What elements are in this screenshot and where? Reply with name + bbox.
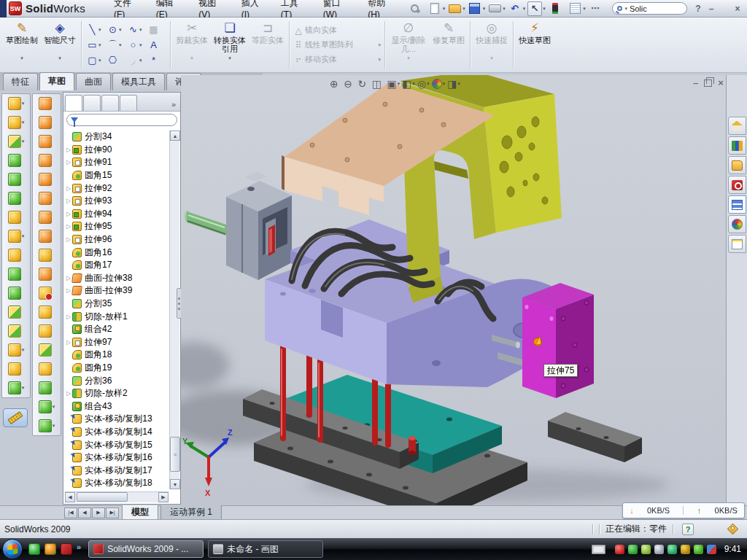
- tree-item[interactable]: ▷ 切除-放样1: [65, 310, 169, 323]
- design-library-tab[interactable]: [728, 136, 746, 155]
- expand-arrow-icon[interactable]: ▷: [65, 314, 72, 320]
- chevron-down-icon[interactable]: ▾: [462, 6, 465, 12]
- chevron-down-icon[interactable]: ▾: [98, 42, 104, 48]
- tree-item[interactable]: ▷ 实体-移动/复制14: [65, 426, 169, 439]
- first-tab-button[interactable]: |◀: [64, 508, 77, 518]
- solidworks-search-tab[interactable]: [728, 176, 746, 194]
- command-tab[interactable]: 草图: [39, 72, 74, 90]
- chevron-down-icon[interactable]: ▾: [22, 385, 25, 391]
- move-body-tool[interactable]: ▾: [8, 306, 25, 319]
- chevron-down-icon[interactable]: ▾: [139, 42, 145, 48]
- safety-suite-icon[interactable]: [44, 543, 56, 555]
- input-method-keyboard-icon[interactable]: [592, 545, 605, 554]
- minimize-icon[interactable]: –: [705, 2, 718, 15]
- tree-item[interactable]: ▷ 拉伸95: [65, 220, 169, 233]
- solidworks-resources-tab[interactable]: [728, 117, 746, 135]
- chevron-down-icon[interactable]: ▾: [228, 55, 231, 61]
- draft-tool[interactable]: ▾: [8, 211, 25, 224]
- print-icon[interactable]: [487, 1, 502, 16]
- scroll-down-button[interactable]: ▼: [170, 479, 180, 489]
- extruded-surface-tool[interactable]: ▾: [39, 97, 55, 110]
- tree-item[interactable]: ▷ 组合42: [65, 323, 169, 336]
- zoom-to-area-icon[interactable]: ⊖ ▾: [344, 77, 355, 91]
- custom-properties-tab[interactable]: [728, 235, 746, 253]
- chevron-down-icon[interactable]: ▾: [583, 6, 586, 12]
- undo-icon[interactable]: ↶: [508, 1, 522, 16]
- chevron-down-icon[interactable]: ▾: [22, 233, 25, 239]
- chevron-down-icon[interactable]: ▾: [98, 58, 104, 63]
- mirror-bodies-tool[interactable]: ▾: [8, 268, 25, 281]
- close-icon[interactable]: ×: [731, 2, 744, 15]
- scrollbar-thumb[interactable]: [77, 492, 128, 502]
- scroll-up-button[interactable]: ▲: [170, 131, 180, 141]
- swept-surface-tool[interactable]: ▾: [39, 135, 55, 148]
- open-icon[interactable]: [447, 1, 462, 16]
- tree-item[interactable]: ▷ 拉伸96: [65, 233, 169, 246]
- tree-item[interactable]: ▷ 分割36: [65, 374, 169, 387]
- tag-icon[interactable]: [727, 524, 739, 535]
- featuremanager-tab[interactable]: [65, 95, 82, 111]
- tree-item[interactable]: ▷ 分割34: [65, 131, 169, 144]
- tree-item[interactable]: ▷ 切除-放样2: [65, 387, 169, 400]
- sync-status-icon[interactable]: [707, 545, 716, 554]
- line-tool[interactable]: ╲▾: [85, 23, 105, 36]
- rectangle-tool[interactable]: ▭▾: [85, 38, 105, 52]
- chevron-down-icon[interactable]: ▾: [412, 81, 415, 87]
- shell-tool[interactable]: ▾: [8, 192, 25, 205]
- locating-pin-body[interactable]: [409, 436, 416, 455]
- boundary-surface-tool[interactable]: ▾: [39, 173, 55, 186]
- expand-arrow-icon[interactable]: ▷: [65, 390, 72, 397]
- extend-surface-tool[interactable]: ▾: [39, 230, 55, 243]
- command-tab[interactable]: 特征: [3, 73, 38, 90]
- tree-item[interactable]: ▷ 圆角16: [65, 246, 169, 259]
- revolved-surface-tool[interactable]: ▾: [39, 116, 55, 129]
- view-palette-tab[interactable]: [728, 195, 746, 214]
- tree-item[interactable]: ▷ 圆角18: [65, 349, 169, 362]
- rotate-view-icon[interactable]: ↻ ▾: [358, 77, 370, 91]
- freeform-tool[interactable]: ▾: [39, 400, 55, 413]
- search-input[interactable]: ▾ Solic: [612, 2, 687, 15]
- previous-tab-button[interactable]: ◀: [78, 508, 91, 518]
- right-rail-body[interactable]: [548, 412, 642, 462]
- chevron-down-icon[interactable]: ▾: [119, 42, 125, 48]
- health-check-icon[interactable]: [694, 545, 703, 554]
- lofted-boss-tool[interactable]: ▾: [8, 173, 25, 186]
- last-tab-button[interactable]: ▶|: [106, 508, 119, 518]
- taskbar-window-button[interactable]: SolidWorks 2009 - ...: [88, 540, 204, 558]
- curve-through-points-tool[interactable]: ▾: [39, 419, 55, 432]
- system-update-icon[interactable]: [641, 545, 651, 554]
- arc-tool[interactable]: ⌒▾: [106, 38, 125, 52]
- tree-item[interactable]: ▷ 曲面-拉伸38: [65, 272, 169, 285]
- smart-dimension-button[interactable]: ◈ 智能尺寸 ▾: [41, 19, 79, 71]
- taskbar-clock[interactable]: 9:41: [724, 544, 741, 554]
- expand-arrow-icon[interactable]: ▷: [65, 159, 72, 166]
- ejector-rod-body[interactable]: [185, 211, 226, 236]
- document-tab[interactable]: 运动算例 1: [160, 505, 222, 521]
- command-tab[interactable]: 曲面: [76, 73, 111, 90]
- save-icon[interactable]: [468, 1, 482, 16]
- chevron-down-icon[interactable]: ▾: [503, 6, 506, 12]
- chevron-down-icon[interactable]: ▾: [119, 27, 125, 33]
- command-tab[interactable]: 模具工具: [112, 73, 165, 90]
- curve-tool[interactable]: ▾: [8, 381, 25, 394]
- next-tab-button[interactable]: ▶: [92, 508, 105, 518]
- zoom-to-fit-icon[interactable]: ⊕ ▾: [330, 77, 341, 91]
- chevron-down-icon[interactable]: ▾: [457, 81, 460, 87]
- tree-item[interactable]: ▷ 拉伸91: [65, 156, 169, 169]
- tree-item[interactable]: ▷ 拉伸97: [65, 336, 169, 349]
- options-icon[interactable]: [568, 1, 582, 16]
- fillet-tool[interactable]: ▾: [8, 135, 25, 148]
- chevron-down-icon[interactable]: ▾: [22, 120, 25, 125]
- tree-item[interactable]: ▷ 曲面-拉伸39: [65, 284, 169, 298]
- delete-body-tool[interactable]: ▾: [8, 362, 25, 376]
- file-explorer-tab[interactable]: [728, 156, 746, 174]
- tree-item[interactable]: ▷ 圆角15: [65, 169, 169, 182]
- scrollbar-thumb[interactable]: ≡: [170, 437, 180, 472]
- ellipse-tool[interactable]: ○▾: [126, 38, 146, 52]
- doc-close-icon[interactable]: ×: [718, 77, 724, 89]
- sketch-button[interactable]: ✎ 草图绘制 ▾: [3, 19, 41, 71]
- tree-item[interactable]: ▷ 拉伸94: [65, 208, 169, 221]
- expand-arrow-icon[interactable]: ▷: [65, 339, 72, 346]
- expand-arrow-icon[interactable]: ▷: [65, 223, 72, 230]
- rebuild-icon[interactable]: [548, 1, 562, 16]
